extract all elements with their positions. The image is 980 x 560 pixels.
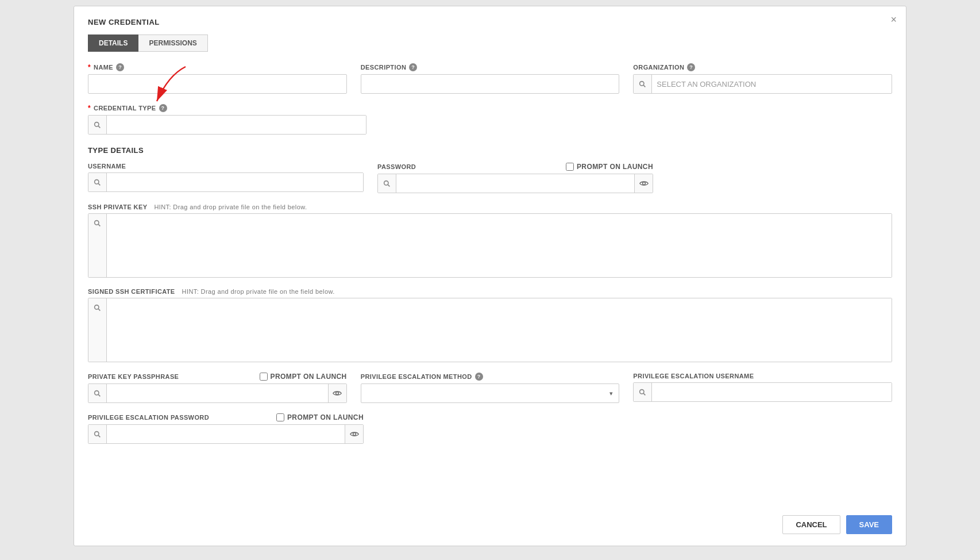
passphrase-prompt-checkbox[interactable] [260, 373, 268, 381]
credential-type-wrapper: Machine [88, 115, 366, 135]
passphrase-search-icon-box [88, 384, 107, 402]
priv-esc-password-search-icon-box [88, 425, 107, 443]
svg-point-17 [640, 389, 644, 393]
description-help-icon[interactable]: ? [409, 63, 417, 71]
priv-escalation-username-input[interactable] [652, 383, 892, 401]
signed-ssh-cert-textarea[interactable] [107, 298, 892, 362]
org-placeholder[interactable]: SELECT AN ORGANIZATION [652, 80, 892, 89]
priv-escalation-username-wrapper [633, 382, 892, 402]
name-input[interactable] [88, 74, 347, 94]
description-field-group: DESCRIPTION ? [361, 63, 620, 94]
ssh-private-key-hint: HINT: Drag and drop private file on the … [154, 204, 307, 210]
password-prompt-checkbox[interactable] [566, 163, 574, 171]
row-passphrase-escalation: PRIVATE KEY PASSPHRASE Prompt on launch [88, 373, 892, 403]
cred-type-search-icon [94, 121, 101, 129]
name-required-star: * [88, 63, 91, 71]
priv-escalation-username-search-icon-box [634, 383, 652, 401]
username-field-group: USERNAME [88, 163, 364, 192]
svg-line-3 [98, 126, 100, 128]
priv-escalation-method-help-icon[interactable]: ? [475, 373, 483, 381]
svg-point-10 [95, 221, 99, 225]
svg-line-13 [98, 309, 100, 310]
org-search-icon [639, 80, 646, 88]
row-name-desc-org: * NAME ? DESCRIPTION ? ORGANIZATION ? [88, 63, 892, 94]
svg-point-16 [336, 392, 339, 395]
row-priv-escalation-password: PRIVILEGE ESCALATION PASSWORD Prompt on … [88, 413, 892, 444]
passphrase-prompt-label[interactable]: Prompt on launch [260, 373, 347, 381]
priv-escalation-method-select-wrapper: sudo su pbrun pfexec doas dzdo ksu runas… [361, 383, 620, 403]
signed-ssh-cert-search-icon-col [88, 298, 107, 362]
private-key-passphrase-wrapper [88, 383, 347, 403]
signed-ssh-cert-label: SIGNED SSH CERTIFICATE HINT: Drag and dr… [88, 288, 892, 295]
svg-line-6 [98, 183, 100, 185]
password-prompt-label[interactable]: Prompt on launch [566, 163, 653, 171]
ssh-private-key-textarea[interactable] [107, 214, 892, 277]
password-field-group: PASSWORD Prompt on launch [377, 163, 653, 193]
password-search-icon-box [378, 174, 396, 193]
save-button[interactable]: SAVE [846, 515, 892, 534]
organization-field-group: ORGANIZATION ? SELECT AN ORGANIZATION [633, 63, 892, 94]
password-input[interactable] [396, 174, 634, 193]
svg-line-1 [643, 85, 645, 87]
svg-line-8 [388, 185, 389, 186]
name-field-group: * NAME ? [88, 63, 347, 94]
priv-escalation-username-label: PRIVILEGE ESCALATION USERNAME [633, 373, 892, 379]
close-button[interactable]: × [890, 14, 897, 25]
svg-point-7 [384, 181, 388, 185]
priv-escalation-password-wrapper [88, 424, 364, 444]
priv-escalation-username-group: PRIVILEGE ESCALATION USERNAME [633, 373, 892, 403]
tab-permissions[interactable]: PERMISSIONS [138, 34, 207, 52]
username-input[interactable] [107, 173, 363, 191]
password-input-wrapper [377, 174, 653, 193]
credential-type-input[interactable]: Machine [107, 116, 366, 134]
name-label: * NAME ? [88, 63, 347, 71]
svg-point-21 [353, 433, 356, 436]
credential-type-help-icon[interactable]: ? [159, 104, 167, 112]
priv-escalation-password-label-row: PRIVILEGE ESCALATION PASSWORD Prompt on … [88, 413, 364, 421]
signed-ssh-cert-textarea-wrapper [88, 298, 892, 362]
cred-type-search-icon-box [88, 116, 107, 134]
tab-bar: DETAILS PERMISSIONS [88, 34, 892, 52]
ssh-private-key-textarea-wrapper [88, 213, 892, 278]
signed-ssh-cert-search-icon [94, 304, 101, 312]
priv-escalation-password-input[interactable] [107, 425, 345, 443]
credential-type-label: * CREDENTIAL TYPE ? [88, 104, 366, 112]
organization-help-icon[interactable]: ? [687, 63, 695, 71]
ssh-private-key-search-icon-col [88, 214, 107, 277]
passphrase-input[interactable] [107, 384, 328, 402]
priv-escalation-method-label: PRIVILEGE ESCALATION METHOD ? [361, 373, 620, 381]
organization-input-wrapper: SELECT AN ORGANIZATION [633, 74, 892, 94]
name-help-icon[interactable]: ? [116, 63, 124, 71]
ssh-private-key-section: SSH PRIVATE KEY HINT: Drag and drop priv… [88, 204, 892, 278]
priv-escalation-method-select[interactable]: sudo su pbrun pfexec doas dzdo ksu runas [361, 384, 619, 402]
org-search-icon-box [634, 75, 652, 93]
username-input-wrapper [88, 172, 364, 192]
passphrase-toggle-eye[interactable] [328, 384, 346, 402]
username-search-icon [94, 179, 101, 186]
priv-esc-password-prompt-label[interactable]: Prompt on launch [276, 413, 364, 421]
tab-details[interactable]: DETAILS [88, 34, 138, 52]
row-username-password: USERNAME PASSWORD Prompt on launch [88, 163, 892, 193]
svg-point-5 [95, 179, 99, 183]
private-key-passphrase-group: PRIVATE KEY PASSPHRASE Prompt on launch [88, 373, 347, 403]
credential-type-required-star: * [88, 104, 91, 112]
priv-esc-eye-icon [350, 431, 359, 438]
signed-ssh-cert-section: SIGNED SSH CERTIFICATE HINT: Drag and dr… [88, 288, 892, 362]
username-search-icon-box [88, 173, 107, 191]
priv-escalation-username-search-icon [639, 389, 646, 396]
password-toggle-eye[interactable] [634, 174, 653, 193]
passphrase-search-icon [94, 390, 101, 397]
priv-esc-password-prompt-checkbox[interactable] [276, 413, 284, 421]
svg-point-0 [640, 81, 644, 85]
row-credential-type: * CREDENTIAL TYPE ? Machine [88, 104, 892, 135]
type-details-header: TYPE DETAILS [88, 146, 892, 155]
svg-point-2 [95, 122, 99, 126]
cancel-button[interactable]: CANCEL [782, 515, 840, 534]
organization-label: ORGANIZATION ? [633, 63, 892, 71]
password-search-icon [383, 180, 391, 187]
priv-esc-password-toggle-eye[interactable] [345, 425, 363, 443]
footer-buttons: CANCEL SAVE [782, 515, 892, 534]
svg-line-11 [98, 224, 100, 226]
svg-line-20 [98, 435, 100, 437]
description-input[interactable] [361, 74, 620, 94]
